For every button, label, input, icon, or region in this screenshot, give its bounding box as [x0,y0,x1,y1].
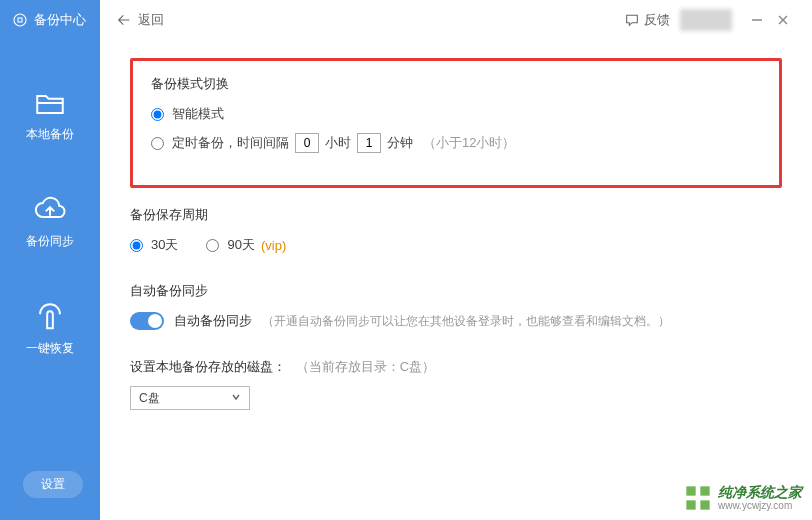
sidebar: 备份中心 本地备份 备份同步 一键恢复 设置 [0,0,100,520]
sidebar-item-one-click-restore[interactable]: 一键恢复 [0,282,100,367]
radio-label: 90天 [227,236,254,254]
svg-point-0 [14,14,26,26]
toggle-description: （开通自动备份同步可以让您在其他设备登录时，也能够查看和编辑文档。） [262,313,670,330]
section-title: 自动备份同步 [130,282,782,300]
user-area[interactable] [680,9,732,31]
watermark: 纯净系统之家 www.ycwjzy.com [684,484,802,512]
sidebar-item-local-backup[interactable]: 本地备份 [0,68,100,153]
radio-timed-mode[interactable]: 定时备份，时间间隔 小时 分钟 （小于12小时） [151,133,761,153]
radio-90-days[interactable]: 90天 (vip) [206,236,286,254]
backup-center-icon [12,12,28,28]
hours-input[interactable] [295,133,319,153]
watermark-icon [684,484,712,512]
svg-rect-9 [700,500,709,509]
radio-input-timed[interactable] [151,137,164,150]
cloud-upload-icon [33,193,67,227]
svg-rect-7 [700,486,709,495]
chevron-down-icon [231,391,241,405]
topbar: 返回 反馈 [100,0,812,40]
radio-label: 定时备份，时间间隔 [172,134,289,152]
watermark-url: www.ycwjzy.com [718,500,802,511]
radio-30-days[interactable]: 30天 [130,236,178,254]
disk-section: 设置本地备份存放的磁盘： （当前存放目录：C盘） C盘 [130,358,782,410]
feedback-label: 反馈 [644,11,670,29]
disk-select[interactable]: C盘 [130,386,250,410]
radio-input-90[interactable] [206,239,219,252]
radio-input-smart[interactable] [151,108,164,121]
svg-rect-6 [686,486,695,495]
section-title: 备份模式切换 [151,75,761,93]
svg-rect-1 [18,18,22,22]
sidebar-item-label: 备份同步 [26,233,74,250]
tap-icon [33,300,67,334]
content-area: 备份模式切换 智能模式 定时备份，时间间隔 小时 分钟 （小于12小时） 备份保… [100,40,812,520]
radio-label: 30天 [151,236,178,254]
folder-icon [33,86,67,120]
hours-unit: 小时 [325,134,351,152]
minutes-unit: 分钟 [387,134,413,152]
svg-rect-8 [686,500,695,509]
vip-tag: (vip) [261,238,286,253]
feedback-button[interactable]: 反馈 [624,11,670,29]
sidebar-item-label: 本地备份 [26,126,74,143]
minimize-icon [751,14,763,26]
sidebar-item-backup-sync[interactable]: 备份同步 [0,175,100,260]
back-button[interactable]: 返回 [116,11,164,29]
sidebar-item-label: 一键恢复 [26,340,74,357]
autosync-toggle[interactable] [130,312,164,330]
minutes-input[interactable] [357,133,381,153]
disk-selected: C盘 [139,390,160,407]
disk-label: 设置本地备份存放的磁盘： [130,359,286,374]
radio-smart-mode[interactable]: 智能模式 [151,105,761,123]
back-label: 返回 [138,11,164,29]
autosync-section: 自动备份同步 自动备份同步 （开通自动备份同步可以让您在其他设备登录时，也能够查… [130,282,782,330]
settings-button[interactable]: 设置 [23,471,83,498]
section-title: 备份保存周期 [130,206,782,224]
disk-hint: （当前存放目录：C盘） [296,359,435,374]
close-icon [777,14,789,26]
retention-section: 备份保存周期 30天 90天 (vip) [130,206,782,254]
radio-label: 智能模式 [172,105,224,123]
sidebar-title: 备份中心 [34,11,86,29]
backup-mode-section: 备份模式切换 智能模式 定时备份，时间间隔 小时 分钟 （小于12小时） [130,58,782,188]
radio-input-30[interactable] [130,239,143,252]
minimize-button[interactable] [744,7,770,33]
sidebar-header: 备份中心 [0,0,100,40]
close-button[interactable] [770,7,796,33]
chat-icon [624,12,640,28]
timed-hint: （小于12小时） [423,134,515,152]
back-icon [116,12,132,28]
toggle-label: 自动备份同步 [174,312,252,330]
watermark-name: 纯净系统之家 [718,485,802,500]
